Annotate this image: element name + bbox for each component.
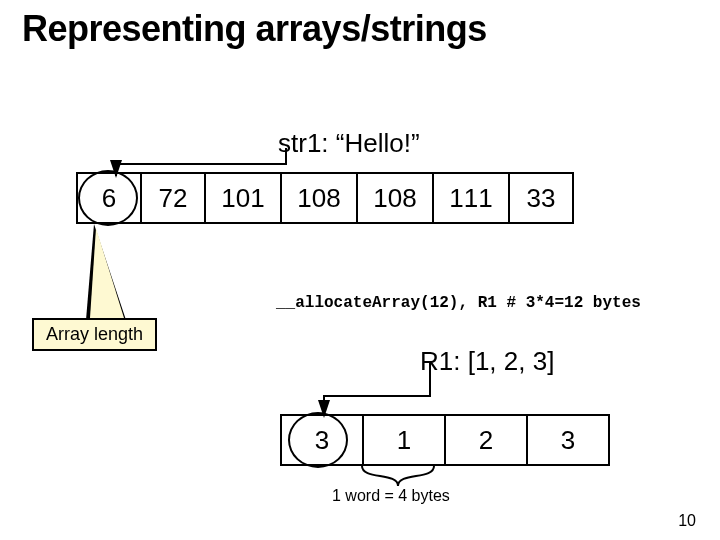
r1-cell: 3 xyxy=(527,415,609,465)
r1-cell: 2 xyxy=(445,415,527,465)
string-memory-table: 6 72 101 108 108 111 33 xyxy=(76,172,574,224)
string-cell: 72 xyxy=(141,173,205,223)
string-cell: 108 xyxy=(357,173,433,223)
page-number: 10 xyxy=(678,512,696,530)
string-cell: 101 xyxy=(205,173,281,223)
string-cell: 33 xyxy=(509,173,573,223)
callout-triangle-icon xyxy=(90,228,124,318)
length-circle-icon xyxy=(78,170,138,226)
string-caption: str1: “Hello!” xyxy=(278,128,420,159)
string-cell: 111 xyxy=(433,173,509,223)
word-size-note: 1 word = 4 bytes xyxy=(332,487,450,505)
array-length-callout: Array length xyxy=(32,318,157,351)
string-cell: 108 xyxy=(281,173,357,223)
alloc-code-text: __allocateArray(12), R1 # 3*4=12 bytes xyxy=(276,294,641,312)
r1-caption: R1: [1, 2, 3] xyxy=(420,346,554,377)
length-circle-icon xyxy=(288,412,348,468)
r1-cell: 1 xyxy=(363,415,445,465)
slide-title: Representing arrays/strings xyxy=(22,8,487,50)
